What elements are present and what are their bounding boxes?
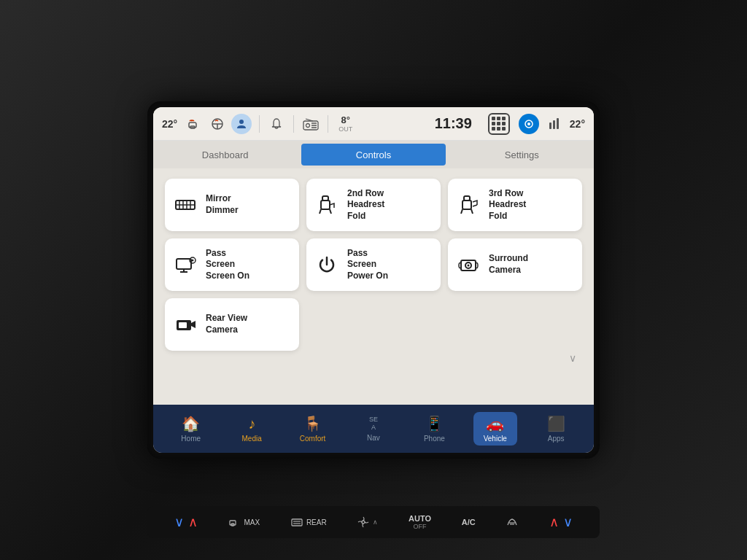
car-surround: 22° xyxy=(0,0,747,560)
svg-rect-42 xyxy=(179,322,187,328)
tab-bar: Dashboard Controls Settings xyxy=(153,141,594,168)
grid-button[interactable] xyxy=(488,113,510,135)
status-divider2 xyxy=(293,115,294,133)
nav-comfort-label: Comfort xyxy=(300,435,326,443)
climate-auto: AUTO OFF xyxy=(409,514,431,530)
surround-camera-label: SurroundCamera xyxy=(489,253,528,276)
climate-rear-label: REAR xyxy=(306,518,327,526)
tab-dashboard[interactable]: Dashboard xyxy=(153,141,297,168)
surround-camera-icon xyxy=(455,252,481,278)
chevron-down-icon: ∨ xyxy=(569,352,576,364)
nav-media-label: Media xyxy=(242,435,262,443)
svg-point-48 xyxy=(362,521,365,524)
steering-heat-icon[interactable] xyxy=(208,114,227,133)
status-right-icons: 22° xyxy=(519,114,585,134)
svg-rect-45 xyxy=(292,519,302,526)
status-icons: 8° OUT xyxy=(185,114,423,134)
nav-phone-label: Phone xyxy=(424,435,445,443)
status-divider3 xyxy=(328,115,328,133)
climate-left-arrows: ∨ ∧ xyxy=(174,514,198,530)
3rd-row-headrest-button[interactable]: 3rd RowHeadrestFold xyxy=(448,179,582,231)
svg-marker-41 xyxy=(191,321,196,328)
climate-fan[interactable]: ∧ xyxy=(357,516,378,529)
vehicle-icon: 🚗 xyxy=(486,415,504,432)
home-icon: 🏠 xyxy=(182,415,200,432)
nav-phone[interactable]: 📱 Phone xyxy=(412,412,456,446)
bell-icon[interactable] xyxy=(267,114,286,133)
profile-icon[interactable] xyxy=(231,114,252,134)
seat-heat-icon[interactable] xyxy=(185,114,204,133)
3rd-row-headrest-icon xyxy=(455,192,481,218)
status-bar: 22° xyxy=(153,107,594,141)
tab-controls[interactable]: Controls xyxy=(301,144,445,166)
rear-defrost-icon xyxy=(290,516,303,529)
nav-media[interactable]: ♪ Media xyxy=(230,413,274,446)
surround-camera-button[interactable]: SurroundCamera xyxy=(448,238,582,291)
svg-point-36 xyxy=(192,260,194,262)
nav-sub-label: SEA xyxy=(369,416,378,432)
bottom-nav: 🏠 Home ♪ Media 🪑 Comfort SEA Nav 📱 xyxy=(153,405,594,453)
cortana-icon[interactable] xyxy=(519,114,539,134)
climate-defrost[interactable] xyxy=(506,516,519,529)
2nd-row-headrest-button[interactable]: 2nd RowHeadrestFold xyxy=(306,179,441,231)
svg-rect-43 xyxy=(230,521,236,525)
scroll-indicator: ∨ xyxy=(165,351,582,365)
mirror-dimmer-label: MirrorDimmer xyxy=(206,193,239,216)
3rd-row-headrest-label: 3rd RowHeadrestFold xyxy=(489,188,526,222)
status-divider xyxy=(259,115,260,133)
climate-ac[interactable]: A/C xyxy=(462,518,476,526)
front-defrost-icon xyxy=(506,516,519,529)
climate-ac-label: A/C xyxy=(462,518,476,526)
svg-rect-32 xyxy=(177,259,191,269)
pass-power-on-label: PassScreenPower On xyxy=(347,248,388,282)
temp-down-right[interactable]: ∨ xyxy=(563,514,573,530)
out-temp: 8° OUT xyxy=(338,114,352,133)
controls-grid: MirrorDimmer xyxy=(165,179,582,351)
svg-rect-15 xyxy=(549,122,551,129)
temp-up-right[interactable]: ∧ xyxy=(549,514,559,530)
grid-dots-icon xyxy=(492,117,506,131)
signal-icon xyxy=(545,114,564,133)
media-icon: ♪ xyxy=(248,416,255,432)
mirror-dimmer-button[interactable]: MirrorDimmer xyxy=(165,179,299,231)
nav-comfort[interactable]: 🪑 Comfort xyxy=(291,412,335,446)
screen-bezel: 22° xyxy=(147,101,600,459)
phone-icon: 📱 xyxy=(425,415,444,432)
rear-view-camera-label: Rear ViewCamera xyxy=(206,313,247,335)
2nd-row-headrest-icon xyxy=(314,192,340,218)
climate-off-label: OFF xyxy=(414,523,427,530)
temp-down-left[interactable]: ∨ xyxy=(174,514,184,530)
clock: 11:39 xyxy=(435,115,472,132)
pass-power-on-button[interactable]: PassScreenPower On xyxy=(306,238,441,291)
pass-power-on-icon xyxy=(314,252,340,278)
climate-max-label: MAX xyxy=(244,518,260,526)
nav-nav-label: Nav xyxy=(367,434,380,442)
rear-view-camera-button[interactable]: Rear ViewCamera xyxy=(165,298,299,351)
climate-max[interactable]: MAX xyxy=(228,516,260,529)
svg-rect-17 xyxy=(557,118,559,129)
climate-auto-label: AUTO xyxy=(409,514,431,523)
pass-screen-on-label: PassScreenScreen On xyxy=(206,248,249,282)
nav-nav[interactable]: SEA Nav xyxy=(352,413,395,445)
fan-icon xyxy=(357,516,370,529)
nav-home-label: Home xyxy=(181,435,201,443)
svg-rect-16 xyxy=(553,120,555,129)
temp-right: 22° xyxy=(570,118,585,130)
nav-apps[interactable]: ⬛ Apps xyxy=(534,412,578,446)
svg-point-14 xyxy=(527,122,530,125)
tab-settings[interactable]: Settings xyxy=(450,141,594,168)
svg-point-8 xyxy=(306,123,310,127)
svg-line-31 xyxy=(471,209,473,214)
nav-vehicle[interactable]: 🚗 Vehicle xyxy=(473,412,517,446)
svg-line-26 xyxy=(320,209,321,214)
radio-icon[interactable] xyxy=(301,114,320,133)
temp-up-left[interactable]: ∧ xyxy=(188,514,198,530)
svg-rect-25 xyxy=(321,201,330,209)
svg-point-6 xyxy=(239,120,244,124)
temp-left: 22° xyxy=(162,118,177,130)
svg-line-27 xyxy=(330,209,331,214)
nav-home[interactable]: 🏠 Home xyxy=(169,412,213,446)
climate-rear[interactable]: REAR xyxy=(290,516,327,529)
pass-screen-on-button[interactable]: PassScreenScreen On xyxy=(165,238,299,291)
svg-point-39 xyxy=(468,265,470,267)
